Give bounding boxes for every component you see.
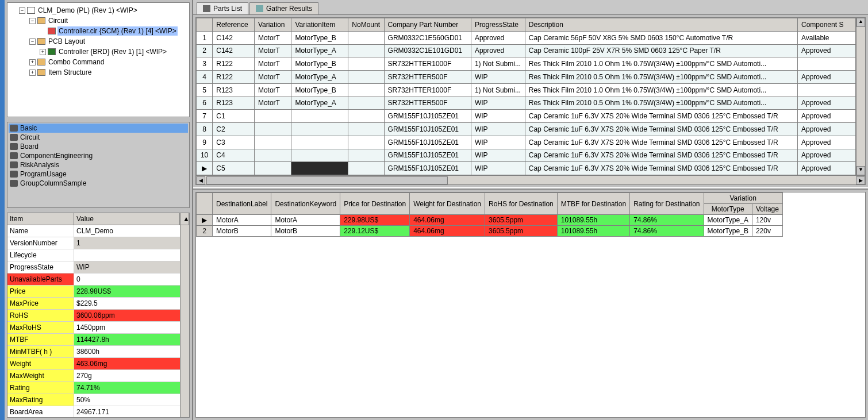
cell-reference[interactable]: R123: [213, 83, 255, 97]
scroll-up-icon[interactable]: ▲: [180, 213, 189, 225]
cell-voltage[interactable]: 120v: [752, 215, 782, 226]
property-value[interactable]: 228.98US$: [74, 286, 180, 297]
cell-component-status[interactable]: [798, 83, 856, 97]
cell-motortype[interactable]: MotorType_A: [704, 215, 752, 226]
table-row[interactable]: ▶MotorAMotorA229.98US$464.06mg3605.5ppm1…: [197, 215, 783, 226]
property-row[interactable]: MaxPrice$229.5: [7, 298, 180, 310]
cell-dest-label[interactable]: MotorB: [213, 226, 271, 237]
column-header[interactable]: RoHS for Destination: [485, 193, 558, 215]
cell-variation-item[interactable]: [291, 110, 348, 123]
table-row[interactable]: ▶C5GRM155F10J105ZE01WIPCap Ceramic 1uF 6…: [197, 162, 856, 175]
cell-component-status[interactable]: Approved: [798, 149, 856, 162]
cell-progress-state[interactable]: WIP: [471, 97, 525, 110]
column-header[interactable]: Price for Destination: [340, 193, 410, 215]
cell-cpn[interactable]: SR732HTTER1000F: [384, 57, 471, 71]
property-value[interactable]: 50%: [74, 394, 180, 406]
row-header[interactable]: 4: [197, 71, 213, 84]
tree-controller-scm[interactable]: Controller.cir {SCM} (Rev 1) [4] <WIP>: [57, 26, 178, 36]
cell-motortype[interactable]: MotorType_B: [704, 226, 752, 237]
row-header[interactable]: 2: [197, 44, 213, 57]
category-item[interactable]: Circuit: [9, 133, 188, 142]
cell-reference[interactable]: C2: [213, 123, 255, 136]
cell-component-status[interactable]: Approved: [798, 71, 856, 84]
cell-component-status[interactable]: Approved: [798, 44, 856, 57]
cell-variation-item[interactable]: MotorType_B: [291, 31, 348, 44]
row-header[interactable]: ▶: [197, 162, 213, 175]
project-tree[interactable]: −CLM_Demo (PL) (Rev 1) <WIP> −Circuit Co…: [7, 2, 190, 117]
expand-icon[interactable]: +: [29, 70, 36, 76]
cell-variation-item[interactable]: [291, 136, 348, 149]
property-row[interactable]: MaxRoHS1450ppm: [7, 322, 180, 334]
cell-progress-state[interactable]: WIP: [471, 149, 525, 162]
cell-description[interactable]: Cap Ceramic 100pF 25V X7R 5% SMD 0603 12…: [525, 44, 797, 57]
cell-description[interactable]: Res Thick Film 2010 1.0 Ohm 1% 0.75W(3/4…: [525, 57, 797, 71]
cell-reference[interactable]: C142: [213, 31, 255, 44]
cell-reference[interactable]: C142: [213, 44, 255, 57]
column-header[interactable]: ProgressState: [471, 18, 525, 32]
cell-dest-label[interactable]: MotorA: [213, 215, 271, 226]
row-header[interactable]: 1: [197, 31, 213, 44]
cell-nomount[interactable]: [348, 44, 384, 57]
property-row[interactable]: BoardArea24967.171: [7, 406, 180, 417]
row-header[interactable]: ▶: [197, 215, 213, 226]
cell-variation[interactable]: MotorT: [254, 71, 291, 84]
property-value[interactable]: 24967.171: [74, 406, 180, 417]
column-header[interactable]: MTBF for Destination: [557, 193, 629, 215]
cell-mtbf[interactable]: 101089.55h: [557, 226, 629, 237]
cell-cpn[interactable]: GRM155F10J105ZE01: [384, 123, 471, 136]
cell-component-status[interactable]: [798, 57, 856, 71]
props-header-item[interactable]: Item: [7, 213, 74, 225]
cell-cpn[interactable]: GRM155F10J105ZE01: [384, 136, 471, 149]
cell-variation-item[interactable]: [291, 149, 348, 162]
cell-variation[interactable]: [254, 162, 291, 175]
table-row[interactable]: 7C1GRM155F10J105ZE01WIPCap Ceramic 1uF 6…: [197, 110, 856, 123]
cell-description[interactable]: Cap Ceramic 1uF 6.3V X7S 20% Wide Termin…: [525, 110, 797, 123]
property-value[interactable]: 114427.8h: [74, 334, 180, 345]
row-header[interactable]: 7: [197, 110, 213, 123]
vertical-scrollbar[interactable]: ▲ ▼: [856, 18, 865, 175]
cell-rating[interactable]: 74.86%: [630, 226, 704, 237]
cell-variation-item[interactable]: MotorType_B: [291, 57, 348, 71]
expand-icon[interactable]: +: [40, 49, 46, 55]
property-value[interactable]: 38600h: [74, 346, 180, 357]
scroll-down-icon[interactable]: ▼: [857, 166, 865, 175]
cell-nomount[interactable]: [348, 97, 384, 110]
cell-description[interactable]: Cap Ceramic 1uF 6.3V X7S 20% Wide Termin…: [525, 123, 797, 136]
scroll-thumb[interactable]: [206, 176, 448, 184]
horizontal-scrollbar[interactable]: ◀ ▶: [196, 175, 865, 184]
cell-progress-state[interactable]: Approved: [471, 31, 525, 44]
table-row[interactable]: 2C142MotorTMotorType_AGRM0332C1E101GD01A…: [197, 44, 856, 57]
property-row[interactable]: Rating74.71%: [7, 382, 180, 394]
tree-itemstruct[interactable]: Item Structure: [47, 68, 93, 77]
cell-variation[interactable]: [254, 123, 291, 136]
property-value[interactable]: 463.06mg: [74, 358, 180, 369]
category-item[interactable]: RiskAnalysis: [9, 160, 188, 169]
cell-description[interactable]: Cap Ceramic 1uF 6.3V X7S 20% Wide Termin…: [525, 136, 797, 149]
cell-cpn[interactable]: GRM155F10J105ZE01: [384, 162, 471, 175]
cell-variation-item[interactable]: MotorType_B: [291, 83, 348, 97]
cell-variation[interactable]: [254, 110, 291, 123]
expand-icon[interactable]: −: [29, 38, 36, 45]
cell-price[interactable]: 229.12US$: [340, 226, 410, 237]
cell-cpn[interactable]: GRM155F10J105ZE01: [384, 149, 471, 162]
cell-cpn[interactable]: GRM0332C1E101GD01: [384, 44, 471, 57]
column-header[interactable]: Reference: [213, 18, 255, 32]
cell-progress-state[interactable]: Approved: [471, 44, 525, 57]
cell-reference[interactable]: C4: [213, 149, 255, 162]
property-row[interactable]: Weight463.06mg: [7, 358, 180, 370]
table-row[interactable]: 3R122MotorTMotorType_BSR732HTTER1000F1) …: [197, 57, 856, 71]
cell-cpn[interactable]: SR732HTTER1000F: [384, 83, 471, 97]
cell-nomount[interactable]: [348, 71, 384, 84]
cell-description[interactable]: Cap Ceramic 1uF 6.3V X7S 20% Wide Termin…: [525, 162, 797, 175]
column-header[interactable]: Rating for Destination: [630, 193, 704, 215]
table-row[interactable]: 6R123MotorTMotorType_ASR732HTTER500FWIPR…: [197, 97, 856, 110]
cell-rating[interactable]: 74.86%: [630, 215, 704, 226]
cell-variation-item[interactable]: MotorType_A: [291, 44, 348, 57]
cell-cpn[interactable]: GRM0332C1E560GD01: [384, 31, 471, 44]
table-row[interactable]: 10C4GRM155F10J105ZE01WIPCap Ceramic 1uF …: [197, 149, 856, 162]
category-list[interactable]: BasicCircuitBoardComponentEngineeringRis…: [7, 122, 190, 208]
cell-progress-state[interactable]: WIP: [471, 123, 525, 136]
property-value[interactable]: 270g: [74, 370, 180, 382]
property-row[interactable]: VersionNumber1: [7, 237, 180, 249]
table-row[interactable]: 2MotorBMotorB229.12US$464.06mg3605.5ppm1…: [197, 226, 783, 237]
